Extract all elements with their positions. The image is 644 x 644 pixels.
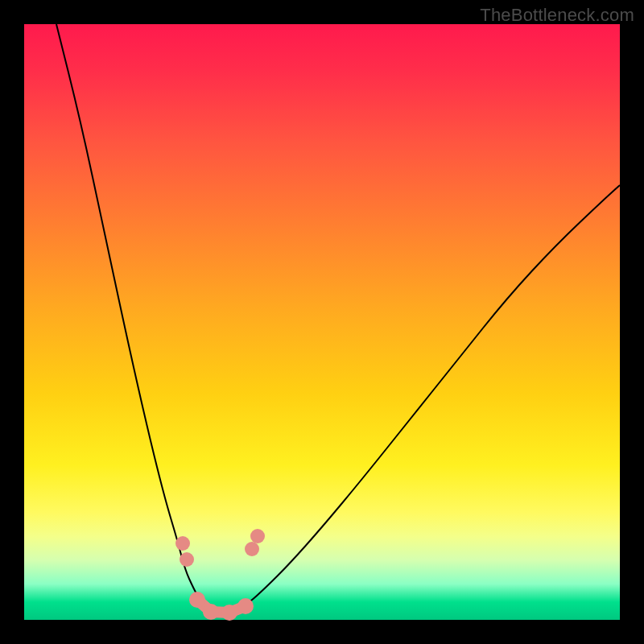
data-marker <box>189 592 205 608</box>
chart-svg <box>24 24 620 620</box>
right-curve <box>221 185 620 614</box>
data-marker <box>203 604 219 620</box>
plot-area <box>24 24 620 620</box>
watermark-text: TheBottleneck.com <box>480 5 634 26</box>
data-marker <box>175 536 190 551</box>
chart-frame: TheBottleneck.com <box>0 0 644 644</box>
left-curve <box>56 24 219 614</box>
data-marker <box>245 542 259 556</box>
data-marker <box>221 605 237 621</box>
data-marker <box>250 529 265 543</box>
data-marker <box>180 552 194 567</box>
data-marker <box>237 598 254 614</box>
